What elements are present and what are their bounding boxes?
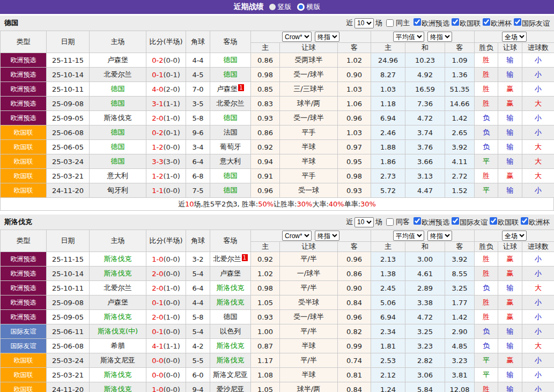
away-team-link[interactable]: 意大利 xyxy=(220,157,241,165)
away-team-link[interactable]: 北爱尔兰 xyxy=(213,255,241,263)
away-team-link[interactable]: 斯洛伐克 xyxy=(217,342,245,350)
same-venue-checkbox[interactable] xyxy=(386,19,394,27)
league-checkbox[interactable] xyxy=(452,18,459,26)
league-checkbox[interactable] xyxy=(514,18,521,26)
away-team-link[interactable]: 德国 xyxy=(224,186,238,194)
score-cell: 0-2(0-1) xyxy=(146,125,186,140)
away-team-link[interactable]: 德国 xyxy=(224,56,238,64)
avg-final-select[interactable]: 终指 xyxy=(427,32,452,42)
subcolumn-header: 主 xyxy=(251,43,280,53)
home-team-link[interactable]: 德国 xyxy=(111,157,125,165)
away-team-link[interactable]: 德国 xyxy=(224,172,238,180)
home-team-link[interactable]: 北爱尔兰 xyxy=(104,70,132,78)
home-team-link[interactable]: 德国 xyxy=(111,85,125,93)
match-row: 欧国联24-11-20斯洛伐克1-0(0-0)9-4爱沙尼亚1.05球半/两0.… xyxy=(1,382,554,392)
fulltime-score: 0-1 xyxy=(152,299,163,307)
home-team-link[interactable]: 卢森堡 xyxy=(107,298,128,306)
away-team-link[interactable]: 卢森堡 xyxy=(217,85,238,93)
league-checkbox[interactable] xyxy=(483,18,490,26)
away-team-link[interactable]: 德国 xyxy=(224,313,238,321)
fulltime-score: 4-0 xyxy=(152,85,163,93)
away-team-link[interactable]: 卢森堡 xyxy=(220,269,241,277)
result-handicap: 输 xyxy=(498,281,522,295)
col-date: 日期 xyxy=(47,31,90,53)
home-team-link[interactable]: 斯洛伐克(中) xyxy=(98,327,138,335)
match-date: 25-10-11 xyxy=(47,281,90,295)
home-team-link[interactable]: 北爱尔兰 xyxy=(104,284,132,292)
scope-select[interactable]: 全场 xyxy=(502,32,527,42)
league-checkbox[interactable] xyxy=(521,217,528,225)
league-checkbox-label: 欧洲杯 xyxy=(529,218,550,226)
home-team-link[interactable]: 卢森堡 xyxy=(107,56,128,64)
away-team-link[interactable]: 斯洛伐克 xyxy=(217,356,245,364)
recent-count-select[interactable]: 10 xyxy=(354,18,374,28)
horizontal-layout-radio[interactable]: 横版 xyxy=(297,2,321,12)
corner-count: 4-4 xyxy=(186,53,210,68)
away-team-link[interactable]: 以色列 xyxy=(220,327,241,335)
result-goals-over-under: 小 xyxy=(522,310,554,324)
crow-home-odds: 0.86 xyxy=(251,125,280,140)
league-checkbox[interactable] xyxy=(413,217,421,225)
away-team-link[interactable]: 爱沙尼亚 xyxy=(217,385,245,392)
away-team-cell: 德国 xyxy=(210,111,251,125)
avg-draw-odds: 16.59 xyxy=(405,82,445,97)
average-select[interactable]: 平均值 xyxy=(393,231,424,241)
away-team-link[interactable]: 斯洛伐克 xyxy=(217,284,245,292)
halftime-score: (0-0) xyxy=(163,255,180,263)
home-team-link[interactable]: 斯洛文尼亚 xyxy=(100,356,135,364)
crow-final-select[interactable]: 终指 xyxy=(315,32,339,42)
crow-final-select[interactable]: 终指 xyxy=(315,231,339,241)
match-row: 欧国联25-03-24德国3-3(3-0)6-4意大利0.94半球0.951.8… xyxy=(1,154,554,169)
away-team-link[interactable]: 德国 xyxy=(224,70,238,78)
home-team-link[interactable]: 德国 xyxy=(111,143,125,151)
halftime-score: (0-0) xyxy=(163,357,180,365)
home-team-link[interactable]: 斯洛伐克 xyxy=(104,313,132,321)
home-team-link[interactable]: 匈牙利 xyxy=(107,186,128,194)
match-date: 25-10-11 xyxy=(47,82,90,97)
home-team-link[interactable]: 斯洛伐克 xyxy=(104,385,132,392)
home-team-link[interactable]: 斯洛伐克 xyxy=(104,255,132,263)
halftime-score: (0-0) xyxy=(163,270,180,278)
recent-count-select[interactable]: 10 xyxy=(354,217,374,227)
away-team-link[interactable]: 德国 xyxy=(224,114,238,122)
away-team-link[interactable]: 法国 xyxy=(224,128,238,136)
home-team-link[interactable]: 斯洛伐克 xyxy=(104,371,132,379)
league-type-badge: 欧国联 xyxy=(1,382,47,392)
away-team-link[interactable]: 北爱尔兰 xyxy=(217,99,245,107)
away-team-link[interactable]: 斯洛伐克 xyxy=(217,298,245,306)
avg-final-select[interactable]: 终指 xyxy=(427,231,452,241)
away-team-link[interactable]: 葡萄牙 xyxy=(220,143,241,151)
home-team-link[interactable]: 德国 xyxy=(111,128,125,136)
corner-count: 6-0 xyxy=(186,368,210,382)
avg-away-odds: 14.66 xyxy=(445,97,475,111)
scope-select[interactable]: 全场 xyxy=(502,231,527,241)
home-team-link[interactable]: 意大利 xyxy=(107,172,128,180)
radio-selected-icon[interactable] xyxy=(297,3,305,11)
summary-text: 近 xyxy=(178,199,185,209)
avg-draw-odds: 4.92 xyxy=(405,68,445,82)
home-team-link[interactable]: 斯洛伐克 xyxy=(104,114,132,122)
result-handicap: 输 xyxy=(498,368,522,382)
radio-unselected-icon[interactable] xyxy=(269,4,276,10)
home-team-link[interactable]: 希腊 xyxy=(111,342,125,350)
league-checkbox[interactable] xyxy=(413,18,421,26)
bookmaker-select[interactable]: Crow* xyxy=(282,32,312,42)
bookmaker-select[interactable]: Crow* xyxy=(282,231,312,241)
home-team-link[interactable]: 斯洛伐克 xyxy=(104,269,132,277)
league-checkbox[interactable] xyxy=(490,217,497,225)
corner-count: 4-4 xyxy=(186,295,210,310)
average-select[interactable]: 平均值 xyxy=(393,32,424,42)
red-card-badge: 1 xyxy=(242,254,248,261)
same-venue-checkbox[interactable] xyxy=(386,218,394,226)
halftime-score: (0-0) xyxy=(163,187,180,195)
crow-home-odds: 1.05 xyxy=(251,295,280,310)
away-team-link[interactable]: 斯洛文尼亚 xyxy=(213,371,248,379)
away-team-cell: 斯洛伐克 xyxy=(210,339,251,353)
league-checkbox[interactable] xyxy=(452,217,459,225)
recent-results-header: 近期战绩 竖版 横版 xyxy=(0,0,554,14)
summary-text: 40% xyxy=(329,200,344,208)
vertical-layout-radio[interactable]: 竖版 xyxy=(269,2,292,12)
away-team-cell: 葡萄牙 xyxy=(210,140,251,154)
away-team-cell: 意大利 xyxy=(210,154,251,169)
home-team-link[interactable]: 德国 xyxy=(111,99,125,107)
